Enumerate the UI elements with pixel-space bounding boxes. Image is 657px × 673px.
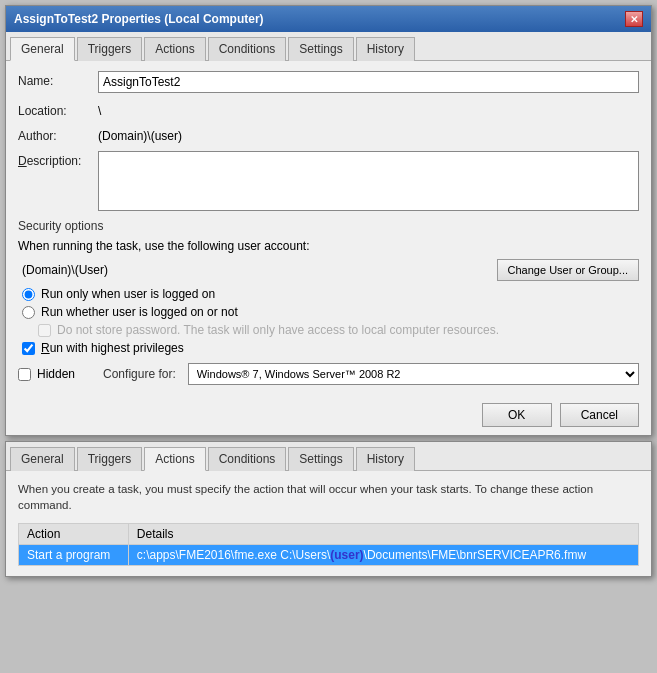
tab-history[interactable]: History [356, 37, 415, 61]
action-description: When you create a task, you must specify… [18, 481, 639, 513]
tab-general[interactable]: General [10, 37, 75, 61]
bottom-tab-conditions[interactable]: Conditions [208, 447, 287, 471]
top-window: AssignToTest2 Properties (Local Computer… [5, 5, 652, 436]
col-details: Details [128, 524, 638, 545]
do-not-store-label: Do not store password. The task will onl… [57, 323, 499, 337]
author-row: Author: (Domain)\(user) [18, 126, 639, 143]
highest-priv-checkbox[interactable] [22, 342, 35, 355]
title-bar-buttons: ✕ [625, 11, 643, 27]
bottom-tab-settings[interactable]: Settings [288, 447, 353, 471]
tab-settings[interactable]: Settings [288, 37, 353, 61]
top-tab-bar: General Triggers Actions Conditions Sett… [6, 32, 651, 61]
user-account-value: (Domain)\(User) [18, 261, 497, 279]
description-label: Description: [18, 151, 98, 168]
account-desc: When running the task, use the following… [18, 239, 639, 253]
security-options-header: Security options [18, 219, 639, 233]
close-button[interactable]: ✕ [625, 11, 643, 27]
description-row: Description: [18, 151, 639, 211]
name-input[interactable] [98, 71, 639, 93]
config-for-label: Configure for: [103, 367, 176, 381]
hidden-label: Hidden [37, 367, 75, 381]
form-area: Name: Location: \ Author: (Domain)\(user… [6, 61, 651, 395]
row-action: Start a program [19, 545, 129, 566]
details-prefix: c:\apps\FME2016\fme.exe C:\Users\ [137, 548, 330, 562]
col-action: Action [19, 524, 129, 545]
tab-actions[interactable]: Actions [144, 37, 205, 61]
row-details: c:\apps\FME2016\fme.exe C:\Users\(user)\… [128, 545, 638, 566]
do-not-store-row: Do not store password. The task will onl… [18, 323, 639, 337]
bottom-content: When you create a task, you must specify… [6, 471, 651, 576]
bottom-config-row: Hidden Configure for: Windows® 7, Window… [18, 363, 639, 385]
user-account-row: (Domain)\(User) Change User or Group... [18, 259, 639, 281]
name-row: Name: [18, 71, 639, 93]
details-highlight: (user) [330, 548, 363, 562]
title-bar: AssignToTest2 Properties (Local Computer… [6, 6, 651, 32]
author-value: (Domain)\(user) [98, 126, 639, 143]
radio-whether-logged-on-label: Run whether user is logged on or not [41, 305, 238, 319]
hidden-check-group: Hidden [18, 367, 75, 381]
bottom-tab-general[interactable]: General [10, 447, 75, 471]
dialog-buttons: OK Cancel [6, 395, 651, 435]
location-value: \ [98, 101, 639, 118]
details-suffix: \Documents\FME\bnrSERVICEAPR6.fmw [364, 548, 587, 562]
radio-logged-on[interactable] [22, 288, 35, 301]
tab-conditions[interactable]: Conditions [208, 37, 287, 61]
location-row: Location: \ [18, 101, 639, 118]
location-label: Location: [18, 101, 98, 118]
change-user-button[interactable]: Change User or Group... [497, 259, 639, 281]
cancel-button[interactable]: Cancel [560, 403, 639, 427]
bottom-tab-triggers[interactable]: Triggers [77, 447, 143, 471]
table-row[interactable]: Start a program c:\apps\FME2016\fme.exe … [19, 545, 639, 566]
author-label: Author: [18, 126, 98, 143]
hidden-checkbox[interactable] [18, 368, 31, 381]
tab-triggers[interactable]: Triggers [77, 37, 143, 61]
bottom-tab-history[interactable]: History [356, 447, 415, 471]
action-table: Action Details Start a program c:\apps\F… [18, 523, 639, 566]
bottom-tab-actions[interactable]: Actions [144, 447, 205, 471]
highest-priv-label: Run with highest privileges [41, 341, 184, 355]
radio-row-1: Run only when user is logged on [18, 287, 639, 301]
bottom-tab-bar: General Triggers Actions Conditions Sett… [6, 442, 651, 471]
ok-button[interactable]: OK [482, 403, 552, 427]
radio-logged-on-label: Run only when user is logged on [41, 287, 215, 301]
name-label: Name: [18, 71, 98, 88]
window-title: AssignToTest2 Properties (Local Computer… [14, 12, 264, 26]
radio-row-2: Run whether user is logged on or not [18, 305, 639, 319]
radio-whether-logged-on[interactable] [22, 306, 35, 319]
config-select[interactable]: Windows® 7, Windows Server™ 2008 R2 Wind… [188, 363, 639, 385]
bottom-window: General Triggers Actions Conditions Sett… [5, 441, 652, 577]
do-not-store-checkbox[interactable] [38, 324, 51, 337]
description-input[interactable] [98, 151, 639, 211]
highest-priv-row: Run with highest privileges [18, 341, 639, 355]
